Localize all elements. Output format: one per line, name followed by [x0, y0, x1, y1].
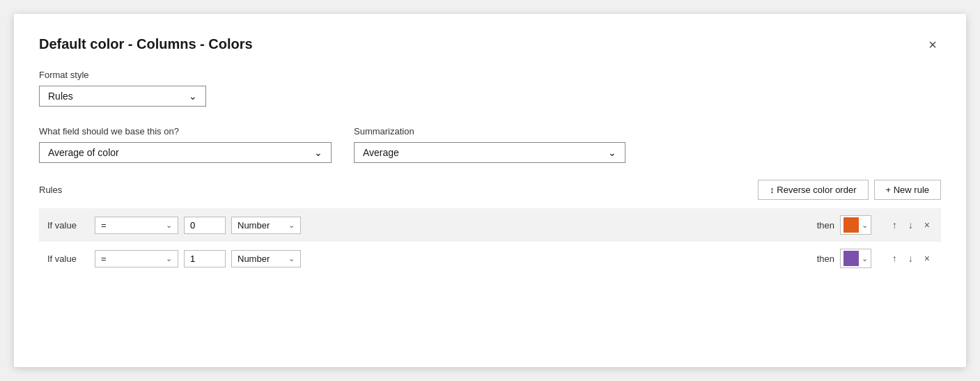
field-value: Average of color: [48, 147, 119, 158]
operator-value: =: [101, 220, 107, 231]
field-select[interactable]: Average of color ⌄: [39, 142, 332, 163]
chevron-down-icon: ⌄: [189, 91, 197, 102]
if-value-label: If value: [47, 220, 89, 231]
value-input-1[interactable]: [184, 250, 226, 267]
dialog-title: Default color - Columns - Colors: [39, 36, 253, 52]
reverse-color-order-button[interactable]: ↕ Reverse color order: [758, 180, 868, 200]
chevron-down-icon: ⌄: [288, 221, 295, 230]
if-value-label: If value: [47, 254, 89, 264]
operator-select-1[interactable]: = ⌄: [95, 250, 178, 267]
new-rule-button[interactable]: + New rule: [874, 180, 942, 200]
type-value: Number: [238, 254, 270, 264]
value-input-0[interactable]: [184, 217, 226, 234]
rule-controls-1: ↑ ↓ ×: [877, 252, 933, 265]
move-up-button-0[interactable]: ↑: [889, 219, 900, 231]
summarization-label: Summarization: [354, 126, 625, 137]
format-style-section: Format style Rules ⌄: [39, 70, 941, 107]
chevron-down-icon: ⌄: [862, 221, 868, 230]
color-picker-1[interactable]: ⌄: [840, 249, 871, 268]
format-style-label: Format style: [39, 70, 941, 80]
delete-rule-button-1[interactable]: ×: [921, 252, 933, 265]
rule-controls-0: ↑ ↓ ×: [877, 219, 933, 231]
dialog: Default color - Columns - Colors × Forma…: [14, 14, 966, 367]
dialog-header: Default color - Columns - Colors ×: [39, 36, 941, 53]
chevron-down-icon: ⌄: [288, 254, 295, 263]
format-style-select[interactable]: Rules ⌄: [39, 86, 206, 107]
move-down-button-0[interactable]: ↓: [905, 219, 916, 231]
rules-list: If value = ⌄ Number ⌄ then ⌄ ↑ ↓ × If va…: [39, 208, 941, 275]
field-label: What field should we base this on?: [39, 126, 332, 137]
type-value: Number: [238, 220, 270, 231]
chevron-down-icon: ⌄: [166, 221, 172, 230]
chevron-down-icon: ⌄: [862, 254, 868, 263]
then-label: then: [817, 254, 834, 264]
table-row: If value = ⌄ Number ⌄ then ⌄ ↑ ↓ ×: [39, 208, 941, 242]
type-select-0[interactable]: Number ⌄: [231, 217, 301, 234]
summarization-group: Summarization Average ⌄: [354, 126, 625, 163]
table-row: If value = ⌄ Number ⌄ then ⌄ ↑ ↓ ×: [39, 242, 941, 275]
rules-label: Rules: [39, 185, 62, 195]
format-style-value: Rules: [48, 91, 73, 102]
close-button[interactable]: ×: [924, 36, 941, 53]
move-up-button-1[interactable]: ↑: [889, 252, 900, 265]
field-row: What field should we base this on? Avera…: [39, 126, 941, 163]
color-swatch-1: [843, 251, 859, 266]
field-group: What field should we base this on? Avera…: [39, 126, 332, 163]
chevron-down-icon: ⌄: [608, 147, 616, 158]
delete-rule-button-0[interactable]: ×: [921, 219, 933, 231]
rules-actions: ↕ Reverse color order + New rule: [758, 180, 941, 200]
type-select-1[interactable]: Number ⌄: [231, 250, 301, 267]
operator-select-0[interactable]: = ⌄: [95, 217, 178, 234]
chevron-down-icon: ⌄: [314, 147, 322, 158]
then-label: then: [817, 220, 834, 231]
color-picker-0[interactable]: ⌄: [840, 215, 871, 235]
operator-value: =: [101, 254, 107, 264]
move-down-button-1[interactable]: ↓: [905, 252, 916, 265]
summarization-value: Average: [363, 147, 399, 158]
summarization-select[interactable]: Average ⌄: [354, 142, 625, 163]
color-swatch-0: [843, 217, 859, 233]
rules-header: Rules ↕ Reverse color order + New rule: [39, 180, 941, 200]
chevron-down-icon: ⌄: [166, 254, 172, 263]
